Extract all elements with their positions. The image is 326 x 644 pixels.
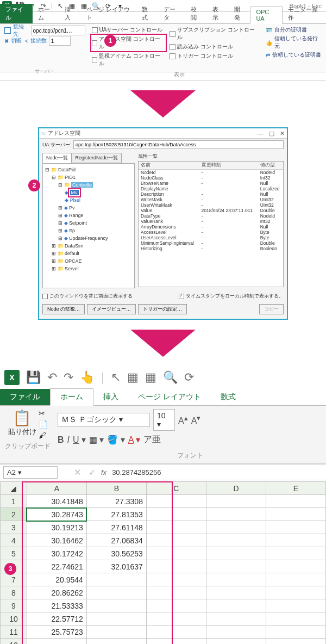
cell[interactable]: 20.86262 (27, 586, 86, 599)
font-size-select[interactable]: 10 ▾ (153, 409, 175, 431)
table-row[interactable]: 2 30.28743 27.81353 (1, 508, 326, 521)
cell[interactable]: 22.57712 (27, 612, 86, 626)
cell[interactable] (266, 599, 325, 612)
cell[interactable] (146, 495, 206, 508)
row-header[interactable]: 10 (1, 612, 27, 626)
cell[interactable] (206, 534, 266, 547)
property-table[interactable]: 名前 変更時刻 値の型 NodeId-NodeIdNodeClass-Int32… (138, 161, 284, 287)
table-row[interactable]: 8 20.86262 (1, 586, 326, 599)
cancel-formula-icon[interactable]: ✕ (74, 467, 81, 478)
table-row[interactable]: 9 21.53333 (1, 599, 326, 612)
chk-addrspace-ctrl[interactable]: アドレス空間 コントロール (92, 35, 165, 51)
tab-opcua[interactable]: OPC UA (250, 7, 283, 24)
row-header[interactable]: 5 (1, 547, 27, 560)
spreadsheet[interactable]: 3 ◢ A B C D E 1 30.41848 27.3308 2 30.28… (0, 481, 326, 644)
col-header-C[interactable]: C (146, 482, 206, 495)
undo-icon-large[interactable]: ↶ (47, 370, 57, 385)
cell[interactable] (266, 573, 325, 586)
tab-file[interactable]: ファイル (0, 4, 33, 23)
col-header-E[interactable]: E (266, 482, 325, 495)
trusted-issuer-button[interactable]: 👍信頼している発行元 (266, 35, 323, 50)
shrink-font-icon[interactable]: A▾ (191, 414, 201, 426)
cursor-icon-large[interactable]: ↖ (111, 370, 121, 385)
btn-trigger-setting[interactable]: トリガーの設定… (138, 304, 187, 314)
connect-url-input[interactable] (31, 26, 85, 35)
phonetic-button[interactable]: ア亜 (143, 434, 161, 445)
connect-to-button[interactable]: 接続先 (4, 26, 85, 35)
col-header-D[interactable]: D (206, 482, 266, 495)
grow-font-icon[interactable]: A▴ (178, 414, 188, 426)
cell[interactable] (266, 534, 325, 547)
tab-data[interactable]: データ (158, 4, 185, 23)
property-row[interactable]: WriteMask-UInt32 (139, 197, 283, 202)
table-row[interactable]: 10 22.57712 (1, 612, 326, 626)
trusted-cert-button[interactable]: ⇄信頼している証明書 (266, 51, 323, 59)
btn-image-view[interactable]: イメージビュー… (87, 304, 136, 314)
cell[interactable] (27, 639, 86, 645)
italic-button[interactable]: I (67, 435, 70, 445)
formula-value[interactable]: 30.2874285256 (112, 468, 161, 476)
property-row[interactable]: Value2018/06/24 23:07:11.011Double (139, 208, 283, 213)
col-header-A[interactable]: A (27, 482, 86, 495)
cell[interactable] (206, 521, 266, 534)
cell[interactable] (266, 495, 325, 508)
tab-view[interactable]: 表示 (207, 4, 229, 23)
save-icon-large[interactable]: 💾 (26, 370, 41, 385)
border-button[interactable]: ▦ ▾ (89, 435, 104, 445)
cell[interactable] (206, 626, 266, 639)
cell[interactable]: 30.16462 (27, 534, 86, 547)
tab-monitor[interactable]: モニター操作 (283, 4, 326, 23)
cell[interactable] (206, 586, 266, 599)
cell[interactable] (146, 534, 206, 547)
property-row[interactable]: UserWriteMask-UInt32 (139, 202, 283, 208)
tab-insert[interactable]: 挿入 (59, 4, 81, 23)
chk-uaserver-ctrl[interactable]: UAサーバー コントロール (92, 26, 165, 34)
chk-always-front[interactable]: このウィンドウを常に前面に表示する (42, 293, 133, 300)
redo-icon-large[interactable]: ↷ (64, 370, 73, 385)
cell[interactable]: 30.17242 (27, 547, 86, 560)
row-header[interactable]: 3 (1, 521, 27, 534)
cell[interactable] (146, 573, 206, 586)
table-row[interactable]: 7 20.9544 (1, 573, 326, 586)
cell[interactable]: 20.9544 (27, 573, 86, 586)
cell[interactable] (146, 586, 206, 599)
cell[interactable] (146, 521, 206, 534)
minimize-icon[interactable]: — (258, 130, 264, 137)
search-icon-large[interactable]: 🔍 (163, 370, 178, 385)
table-row[interactable]: 12 (1, 639, 326, 645)
font-color-button[interactable]: A ▾ (128, 435, 140, 445)
row-header[interactable]: 2 (1, 508, 27, 521)
close-icon[interactable]: ✕ (280, 130, 285, 137)
connect-count-input[interactable] (49, 36, 71, 46)
chk-timestamp-local[interactable]: タイムスタンプをローカル時刻で表示する。 (179, 293, 284, 300)
property-row[interactable]: UserAccessLevel-Byte (139, 235, 283, 240)
cell[interactable] (266, 560, 325, 573)
row-header[interactable]: 9 (1, 599, 27, 612)
maximize-icon[interactable]: ▢ (269, 130, 274, 137)
accept-formula-icon[interactable]: ✓ (89, 467, 96, 478)
cell[interactable]: 21.53333 (27, 599, 86, 612)
property-row[interactable]: ArrayDimensions-Null (139, 224, 283, 230)
chk-read-ctrl[interactable]: 読み込み コントロール (170, 43, 259, 51)
cell[interactable] (206, 495, 266, 508)
table-row[interactable]: 3 30.19213 27.61148 (1, 521, 326, 534)
property-row[interactable]: Historizing-Boolean (139, 246, 283, 251)
property-row[interactable]: MinimumSamplingInterval-Double (139, 240, 283, 246)
cell[interactable] (266, 626, 325, 639)
cell[interactable] (146, 508, 206, 521)
table-row[interactable]: 6 22.74621 32.01637 (1, 560, 326, 573)
cell[interactable]: 27.3308 (86, 495, 146, 508)
cell[interactable] (206, 612, 266, 626)
property-row[interactable]: AccessLevel-Byte (139, 230, 283, 235)
cell[interactable]: 27.81353 (86, 508, 146, 521)
row-header[interactable]: 1 (1, 495, 27, 508)
fill-color-button[interactable]: 🪣 ▾ (107, 435, 124, 445)
table-row[interactable]: 1 30.41848 27.3308 (1, 495, 326, 508)
touch-icon[interactable]: 👆 (80, 370, 95, 385)
cut-icon[interactable]: ✂ (39, 409, 48, 418)
property-row[interactable]: Description-Null (139, 191, 283, 197)
col-header-B[interactable]: B (86, 482, 146, 495)
self-cert-button[interactable]: 🪪自分の証明書 (266, 26, 323, 34)
cell[interactable] (206, 599, 266, 612)
cell[interactable] (206, 639, 266, 645)
